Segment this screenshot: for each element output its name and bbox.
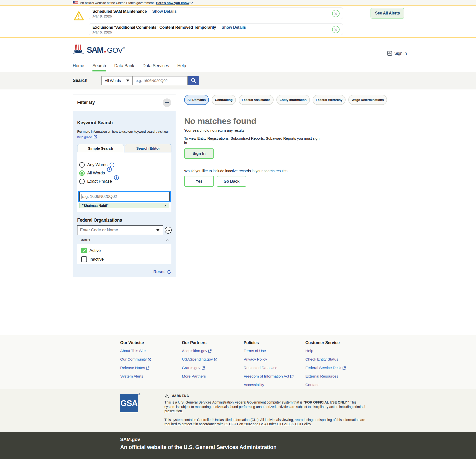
go-back-button[interactable]: Go Back	[217, 176, 246, 187]
reset-icon	[167, 270, 171, 274]
pill-federal-assistance[interactable]: Federal Assistance	[239, 95, 274, 105]
info-icon[interactable]: i	[109, 162, 114, 167]
status-label: Status	[79, 238, 90, 242]
simple-search-panel: Any Words i All Words i	[77, 152, 171, 212]
federal-organizations-combobox[interactable]: Enter Code or Name	[77, 225, 163, 235]
footer-link-terms-of-use[interactable]: Terms of Use	[244, 349, 266, 353]
radio-any-words-label: Any Words	[87, 162, 107, 167]
sign-in-button[interactable]: Sign In	[184, 148, 214, 159]
radio-all-words[interactable]	[79, 170, 85, 176]
federal-organizations-more-button[interactable]	[165, 227, 172, 234]
filter-panel-title: Filter By	[77, 100, 95, 105]
search-icon	[191, 78, 196, 83]
yes-button[interactable]: Yes	[184, 176, 214, 187]
domain-pills: All Domains Contracting Federal Assistan…	[184, 95, 403, 105]
tab-simple-search[interactable]: Simple Search	[77, 144, 124, 152]
pill-wage-determinations[interactable]: Wage Determinations	[348, 95, 387, 105]
footer-col-our-website: Our Website About This Site Our Communit…	[120, 340, 182, 387]
checkbox-inactive[interactable]	[81, 256, 87, 262]
alert-close-button[interactable]	[332, 26, 340, 33]
close-icon	[334, 28, 338, 31]
help-guide-link[interactable]: help guide	[77, 135, 92, 139]
results-section: All Domains Contracting Federal Assistan…	[184, 94, 403, 187]
radio-any-words[interactable]	[79, 162, 85, 168]
footer-col-heading: Policies	[244, 340, 305, 345]
reset-link[interactable]: Reset	[153, 269, 165, 274]
footer-link-help[interactable]: Help	[305, 349, 313, 353]
keyword-chip-label: "Shaimaa Nabil"	[82, 204, 108, 208]
gov-banner: An official website of the United States…	[0, 0, 476, 6]
search-strip-label: Search	[73, 78, 101, 83]
footer-link-usaspending-gov[interactable]: USASpending.gov	[182, 357, 217, 361]
external-link-icon	[148, 358, 151, 361]
nav-item-data-services[interactable]: Data Services	[142, 60, 169, 72]
pill-all-domains[interactable]: All Domains	[184, 95, 209, 105]
pill-entity-information[interactable]: Entity Information	[276, 95, 310, 105]
nav-item-data-bank[interactable]: Data Bank	[114, 60, 134, 72]
footer-link-foia[interactable]: Freedom of Information Act	[244, 374, 294, 378]
top-search-input[interactable]	[133, 76, 188, 85]
tab-search-editor[interactable]: Search Editor	[125, 144, 172, 152]
keyword-chip: "Shaimaa Nabil" ×	[79, 203, 169, 208]
us-flag-icon	[73, 1, 78, 4]
see-all-alerts-button[interactable]: See All Alerts	[371, 8, 404, 18]
nav-item-search[interactable]: Search	[92, 60, 106, 72]
no-results-text: Your search did not return any results.	[184, 128, 403, 132]
chip-close-icon[interactable]: ×	[164, 204, 166, 207]
pill-federal-hierarchy[interactable]: Federal Hierarchy	[313, 95, 346, 105]
footer-link-release-notes[interactable]: Release Notes	[120, 366, 149, 370]
pill-contracting[interactable]: Contracting	[212, 95, 236, 105]
gov-banner-how-link[interactable]: Here’s how you know	[156, 1, 189, 5]
inactive-records-question: Would you like to include inactive recor…	[184, 168, 403, 173]
check-icon	[82, 249, 86, 252]
alert-title: Exclusions “Additional Comments” Content…	[92, 25, 216, 29]
radio-exact-phrase[interactable]	[79, 179, 85, 184]
footer-link-restricted-data-use[interactable]: Restricted Data Use	[244, 366, 277, 370]
footer-link-privacy-policy[interactable]: Privacy Policy	[244, 357, 267, 361]
footer-link-our-community[interactable]: Our Community	[120, 357, 151, 361]
nav-item-home[interactable]: Home	[73, 60, 84, 72]
footer-link-contact[interactable]: Contact	[305, 383, 318, 387]
alert-show-details-link[interactable]: Show Details	[152, 9, 177, 13]
gsa-warning-paragraph-2: This system contains Controlled Unclassi…	[164, 418, 367, 427]
gsa-logo: GSA	[120, 394, 138, 412]
info-icon[interactable]: i	[107, 167, 112, 172]
logo-star-icon: ★	[103, 49, 107, 54]
samgov-logo[interactable]: SAM ★ GOV ®	[73, 44, 125, 55]
minus-icon	[165, 102, 169, 103]
footer-link-acquisition-gov[interactable]: Acquisition.gov	[182, 349, 212, 353]
footer-link-check-entity-status[interactable]: Check Entity Status	[305, 357, 338, 361]
alert-close-button[interactable]	[332, 10, 340, 17]
site-header: SAM ★ GOV ® Sign In	[0, 38, 476, 60]
checkbox-active[interactable]	[81, 248, 87, 253]
checkbox-inactive-label: Inactive	[89, 257, 104, 262]
sign-in-icon	[387, 51, 392, 56]
alert-show-details-link[interactable]: Show Details	[222, 25, 246, 29]
footer-link-grants-gov[interactable]: Grants.gov	[182, 366, 205, 370]
filter-collapse-button[interactable]	[163, 98, 171, 107]
nav-item-help[interactable]: Help	[177, 60, 186, 72]
ellipsis-icon	[166, 230, 170, 230]
footer-link-more-partners[interactable]: More Partners	[182, 374, 206, 378]
chevron-up-icon[interactable]	[165, 239, 169, 241]
footer-link-external-resources[interactable]: External Resources	[305, 374, 338, 378]
external-link-icon	[201, 366, 205, 370]
search-submit-button[interactable]	[188, 76, 199, 85]
uncle-sam-hat-icon	[73, 44, 85, 55]
logo-sam-text: SAM	[87, 45, 103, 54]
header-sign-in[interactable]: Sign In	[387, 51, 407, 56]
info-icon[interactable]: i	[114, 175, 119, 180]
caret-down-icon	[126, 79, 129, 82]
keyword-search-input[interactable]	[79, 192, 170, 201]
filter-panel: Filter By Keyword Search For more inform…	[73, 94, 176, 277]
footer-link-system-alerts[interactable]: System Alerts	[120, 374, 143, 378]
external-link-icon	[342, 366, 346, 370]
footer-link-accessibility[interactable]: Accessibility	[244, 383, 264, 387]
warning-small-icon	[164, 394, 169, 398]
search-mode-select[interactable]: All Words	[101, 76, 133, 85]
footer-link-about-this-site[interactable]: About This Site	[120, 349, 146, 353]
checkbox-active-label: Active	[89, 248, 101, 253]
main-area: Filter By Keyword Search For more inform…	[0, 89, 476, 335]
gov-banner-text: An official website of the United States…	[80, 1, 154, 5]
footer-link-federal-service-desk[interactable]: Federal Service Desk	[305, 366, 346, 370]
